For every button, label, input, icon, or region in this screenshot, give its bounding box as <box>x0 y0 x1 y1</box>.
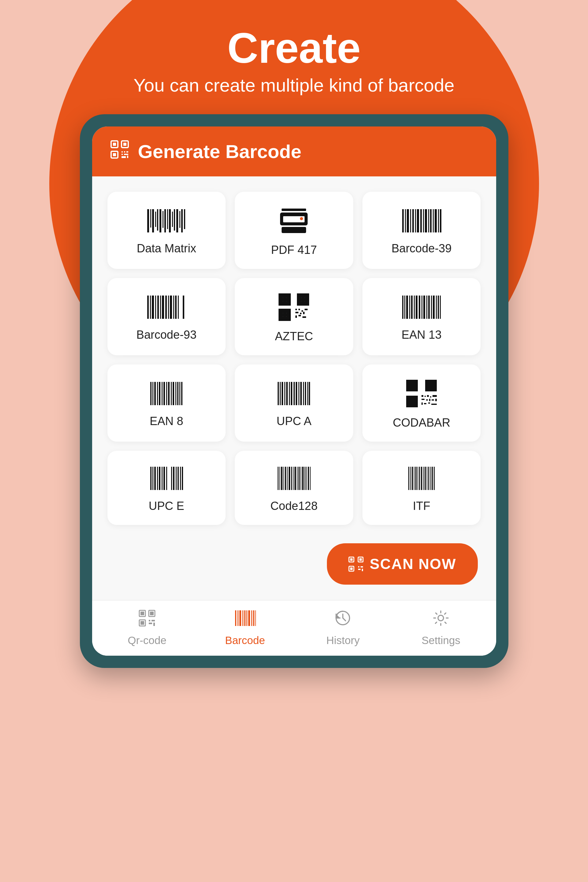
svg-rect-247 <box>141 612 144 615</box>
svg-rect-215 <box>301 467 301 490</box>
phone-frame: Generate Barcode <box>80 114 508 668</box>
svg-rect-3 <box>123 143 126 146</box>
svg-rect-206 <box>284 467 284 490</box>
barcode-card-ean8[interactable]: EAN 8 <box>108 364 226 442</box>
svg-rect-217 <box>304 467 306 490</box>
barcode-card-upca[interactable]: UPC A <box>235 364 353 442</box>
barcode-card-pdf417[interactable]: PDF 417 <box>235 192 353 269</box>
svg-rect-58 <box>168 296 169 319</box>
barcode-card-ean13[interactable]: EAN 13 <box>362 278 481 355</box>
barcode-card-data-matrix[interactable]: Data Matrix <box>108 192 226 269</box>
svg-rect-193 <box>159 467 160 490</box>
svg-rect-13 <box>147 209 149 233</box>
svg-rect-230 <box>424 467 426 490</box>
svg-rect-232 <box>428 467 429 490</box>
svg-rect-137 <box>286 382 288 405</box>
svg-rect-181 <box>426 399 428 401</box>
svg-rect-80 <box>299 301 307 303</box>
svg-rect-128 <box>172 382 174 405</box>
settings-nav-icon <box>432 610 449 631</box>
scan-now-area: SCAN NOW <box>92 534 496 600</box>
svg-rect-265 <box>255 610 256 626</box>
svg-rect-131 <box>179 382 180 405</box>
nav-item-barcode[interactable]: Barcode <box>214 610 276 646</box>
upca-icon <box>277 381 310 407</box>
barcode-card-aztec[interactable]: AZTEC <box>235 278 353 355</box>
upca-label: UPC A <box>276 415 311 428</box>
svg-rect-263 <box>251 610 252 626</box>
svg-rect-183 <box>432 399 434 401</box>
barcode-card-itf[interactable]: ITF <box>362 451 481 525</box>
svg-rect-23 <box>172 212 173 227</box>
barcode-grid: Data Matrix PDF 417 <box>92 176 496 534</box>
svg-rect-125 <box>166 382 167 405</box>
svg-rect-90 <box>283 313 286 317</box>
svg-rect-244 <box>358 569 361 570</box>
svg-rect-50 <box>147 296 149 319</box>
barcode-card-codabar[interactable]: CODABAR <box>362 364 481 442</box>
barcode-nav-label: Barcode <box>225 634 265 646</box>
svg-rect-127 <box>171 382 172 405</box>
svg-rect-53 <box>155 296 156 319</box>
svg-rect-114 <box>433 296 435 319</box>
svg-rect-18 <box>159 209 161 233</box>
barcode-card-barcode93[interactable]: Barcode-93 <box>108 278 226 355</box>
svg-rect-133 <box>278 382 279 405</box>
svg-rect-117 <box>440 296 441 319</box>
barcode39-label: Barcode-39 <box>392 242 452 255</box>
nav-item-qrcode[interactable]: Qr-code <box>117 610 178 646</box>
barcode-card-upce[interactable]: UPC E <box>108 451 226 525</box>
scan-now-button[interactable]: SCAN NOW <box>327 543 478 584</box>
svg-rect-260 <box>244 610 246 626</box>
svg-rect-180 <box>422 399 424 400</box>
svg-rect-41 <box>420 209 422 233</box>
svg-rect-43 <box>425 209 427 233</box>
ean8-icon <box>150 381 183 407</box>
svg-rect-224 <box>414 467 414 490</box>
svg-rect-184 <box>435 399 437 401</box>
svg-rect-200 <box>177 467 179 490</box>
svg-rect-174 <box>410 399 414 404</box>
svg-rect-228 <box>421 467 422 490</box>
nav-item-settings[interactable]: Settings <box>411 610 472 646</box>
svg-rect-118 <box>150 382 152 405</box>
svg-rect-212 <box>294 467 296 490</box>
svg-rect-198 <box>173 467 174 490</box>
svg-rect-147 <box>309 382 310 405</box>
barcode-card-barcode39[interactable]: Barcode-39 <box>362 192 481 269</box>
svg-rect-71 <box>281 301 288 303</box>
svg-rect-93 <box>302 310 303 312</box>
code128-label: Code128 <box>270 499 317 513</box>
svg-rect-199 <box>176 467 177 490</box>
svg-rect-122 <box>159 382 160 405</box>
svg-rect-10 <box>124 154 128 155</box>
svg-rect-48 <box>438 209 439 233</box>
svg-rect-136 <box>284 382 285 405</box>
barcode-card-code128[interactable]: Code128 <box>235 451 353 525</box>
svg-rect-46 <box>433 209 434 233</box>
svg-rect-146 <box>308 382 308 405</box>
svg-rect-241 <box>350 568 352 570</box>
nav-item-history[interactable]: History <box>312 610 374 646</box>
app-header-title: Generate Barcode <box>138 141 302 162</box>
svg-rect-141 <box>296 382 297 405</box>
svg-rect-92 <box>298 309 300 310</box>
svg-rect-97 <box>303 312 304 314</box>
svg-rect-72 <box>283 298 286 301</box>
svg-rect-34 <box>402 209 404 233</box>
barcode-nav-icon <box>234 610 256 631</box>
svg-rect-190 <box>152 467 153 490</box>
svg-rect-202 <box>182 467 183 490</box>
svg-rect-63 <box>183 296 184 319</box>
svg-rect-28 <box>184 209 185 229</box>
svg-rect-145 <box>305 382 306 405</box>
svg-rect-8 <box>126 151 128 153</box>
upce-label: UPC E <box>149 499 184 513</box>
svg-rect-191 <box>154 467 156 490</box>
svg-rect-235 <box>434 467 435 490</box>
svg-rect-203 <box>278 467 279 490</box>
svg-rect-52 <box>152 296 154 319</box>
svg-rect-49 <box>440 209 441 233</box>
svg-rect-56 <box>162 296 164 319</box>
svg-rect-139 <box>291 382 292 405</box>
